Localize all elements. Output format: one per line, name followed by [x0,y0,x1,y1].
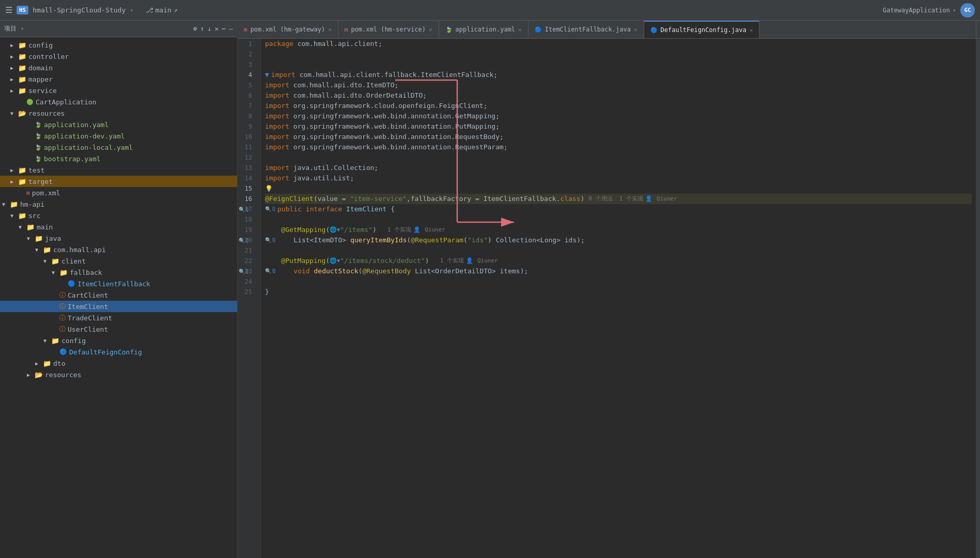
gutter-icons-17: 🔍 Q [239,207,248,212]
sidebar-toolbar: 项目 ▾ ⊕ ↑ ↓ ✕ ⋯ — [0,21,237,37]
tab-close-icon[interactable]: ✕ [518,26,522,33]
folder-icon: 📁 [35,235,43,242]
vertical-scrollbar[interactable] [976,39,980,558]
more-icon[interactable]: ⋯ [222,25,226,33]
sidebar-item-mapper[interactable]: ▶ 📁 mapper [0,73,237,85]
keyword: void [293,266,309,276]
tab-close-icon[interactable]: ✕ [750,27,753,34]
sidebar-item-label: CartApplication [36,98,96,106]
code-line-22: @PutMapping ( 🌐 ▼ "/items/stock/deduct" … [265,256,972,266]
tab-label: pom.xml (hm-gateway) [251,26,325,33]
sidebar-item-bootstrap-yaml[interactable]: 🍃 bootstrap.yaml [0,153,237,164]
titlebar-left: ☰ HS hmall-SpringCloud-Study ▾ ⎇ main ↗ [5,5,178,15]
code-line-8: import org.springframework.web.bind.anno… [265,111,972,121]
string: "ids" [468,235,488,245]
sidebar-item-target[interactable]: ▶ 📁 target [0,176,237,187]
titlebar-right: GatewayApplication ▾ GC [883,3,975,18]
tab-DefaultFeignConfig[interactable]: 🔵 DefaultFeignConfig.java ✕ [644,21,760,38]
sidebar-item-controller[interactable]: ▶ 📁 controller [0,51,237,62]
scroll-up-icon[interactable]: ↑ [200,25,205,33]
sidebar-item-service[interactable]: ▶ 📁 service [0,85,237,96]
sidebar-item-application-yaml[interactable]: 🍃 application.yaml [0,119,237,130]
class-name: FeignClient [439,101,484,111]
tab-ItemClientFallback[interactable]: 🔵 ItemClientFallback.java ✕ [528,21,644,38]
sidebar-item-fallback[interactable]: ▼ 📁 fallback [0,267,237,278]
keyword: class [560,194,580,204]
hint-user: Qiuner [425,225,445,235]
minimize-icon[interactable]: — [229,25,233,33]
code-content[interactable]: package com.hmall.api.client ; ▼ import … [261,39,976,558]
globe-icon: 🌐 [330,256,337,266]
sidebar-item-com-hmall-api[interactable]: ▼ 📁 com.hmall.api [0,244,237,255]
tab-close-icon[interactable]: ✕ [429,26,432,33]
scroll-down-icon[interactable]: ↓ [208,25,212,33]
interface-name: ItemClient [346,204,386,214]
code-text [289,80,293,90]
sidebar-item-config2[interactable]: ▼ 📁 config [0,335,237,346]
sidebar-item-client[interactable]: ▼ 📁 client [0,255,237,267]
tab-close-icon[interactable]: ✕ [328,26,332,33]
run-config[interactable]: GatewayApplication ▾ [883,7,956,14]
type: List [293,235,309,245]
branch-info[interactable]: ⎇ main ↗ [146,6,178,14]
import-path: org.springframework.cloud.openfeign. [293,101,439,111]
param-name: ids [565,235,577,245]
tab-pom-gateway[interactable]: m pom.xml (hm-gateway) ✕ [238,21,338,38]
sidebar-item-application-dev-yaml[interactable]: 🍃 application-dev.yaml [0,130,237,142]
lightbulb-icon[interactable]: 💡 [265,183,273,194]
string: "/items/stock/deduct" [340,256,425,266]
refresh-icon[interactable]: ⊕ [193,25,197,33]
collapse-arrow: ▶ [10,42,17,48]
annotation: @RequestBody [362,266,411,276]
sidebar-item-test[interactable]: ▶ 📁 test [0,164,237,176]
sidebar-item-src[interactable]: ▼ 📁 src [0,210,237,221]
folder-resources-icon: 📂 [18,110,26,117]
code-text [289,173,293,183]
code-text: ; [423,90,427,101]
sidebar-item-config[interactable]: ▶ 📁 config [0,39,237,51]
code-text [277,266,293,276]
tab-application-yaml[interactable]: 🍃 application.yaml ✕ [439,21,528,38]
sidebar-item-resources[interactable]: ▼ 📂 resources [0,107,237,119]
sidebar-title-arrow[interactable]: ▾ [21,25,24,32]
code-line-9: import org.springframework.web.bind.anno… [265,121,972,132]
gutter-line-7: 7 [238,101,260,111]
sidebar-item-UserClient[interactable]: ⓘ UserClient [0,323,237,335]
code-line-20: 🔍 Q List < ItemDTO > queryItemByIds ( @R… [265,235,972,245]
code-text: ( [325,256,330,266]
sidebar-item-java[interactable]: ▼ 📁 java [0,233,237,244]
run-config-dropdown[interactable]: ▾ [953,7,956,14]
code-text [293,39,298,49]
sidebar-item-main[interactable]: ▼ 📁 main [0,221,237,233]
sidebar-item-ItemClientFallback[interactable]: 🔵 ItemClientFallback [0,278,237,289]
java-tab-icon: 🔵 [535,26,542,33]
tab-scroll-right[interactable] [976,21,980,38]
yaml-tab-icon: 🍃 [445,26,453,33]
sidebar-item-resources3[interactable]: ▶ 📂 resources [0,369,237,380]
class-name: RequestBody [455,132,500,142]
sidebar-item-application-local-yaml[interactable]: 🍃 application-local.yaml [0,142,237,153]
project-name[interactable]: hmall-SpringCloud-Study [33,6,126,14]
hamburger-icon[interactable]: ☰ [5,5,12,15]
code-line-23: 🔍 Q void deductStock ( @RequestBody List… [265,266,972,276]
sidebar-item-CartApplication[interactable]: 🟢 CartApplication [0,96,237,107]
code-text: = [338,194,350,204]
sidebar-item-domain[interactable]: ▶ 📁 domain [0,62,237,73]
sidebar-item-TradeClient[interactable]: ⓘ TradeClient [0,312,237,323]
sidebar-item-DefaultFeignConfig[interactable]: 🔵 DefaultFeignConfig [0,346,237,358]
tab-pom-service[interactable]: m pom.xml (hm-service) ✕ [338,21,439,38]
sidebar-item-ItemClient[interactable]: ⓘ ItemClient [0,301,237,312]
sidebar-item-CartClient[interactable]: ⓘ CartClient [0,289,237,301]
keyword: package [265,39,293,49]
dropdown-arrow[interactable]: ▾ [130,7,133,14]
avatar[interactable]: GC [960,3,975,18]
sidebar-item-dto[interactable]: ▶ 📁 dto [0,358,237,369]
code-text: ( [463,235,468,245]
tab-close-icon[interactable]: ✕ [634,26,637,33]
toolbar-icons: ⊕ ↑ ↓ ✕ ⋯ — [193,25,233,33]
close-icon[interactable]: ✕ [215,25,219,33]
folder-icon: 📁 [18,166,26,174]
fold-arrow[interactable]: ▼ [265,70,269,80]
sidebar-item-pom-xml[interactable]: m pom.xml [0,187,237,198]
sidebar-item-hm-api[interactable]: ▼ 📁 hm-api [0,198,237,210]
